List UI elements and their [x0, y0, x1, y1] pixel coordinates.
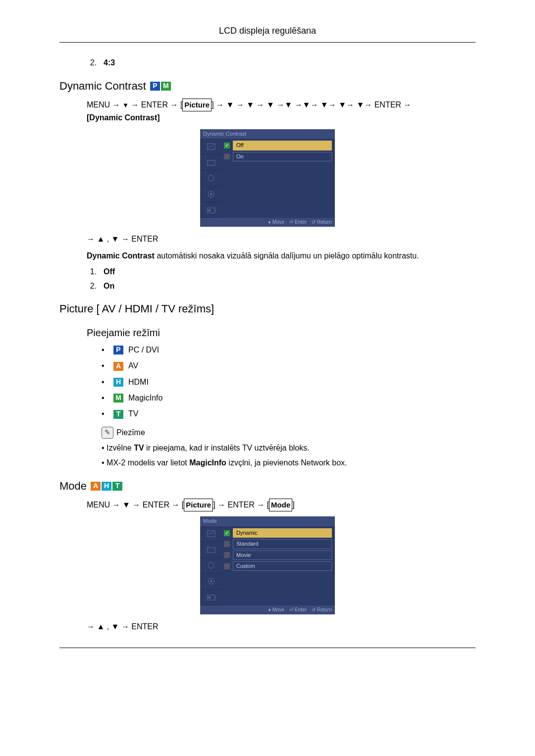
nav-text: → ▼ → ▼ → ▼ →▼ →▼→ ▼→ ▼→ ▼→ ENTER →: [216, 101, 411, 109]
badge-h-icon: H: [113, 378, 123, 387]
osd-side-icon: [200, 154, 222, 170]
badge-t-icon: T: [112, 482, 122, 491]
osd-side-icon: [200, 558, 222, 574]
nav-sequence: → ▲ , ▼ → ENTER: [59, 233, 476, 246]
svg-rect-6: [209, 209, 211, 211]
mode-bullet: A AV: [59, 360, 476, 371]
osd-foot-move: ♦ Move: [268, 219, 285, 226]
nav-sequence: MENU → ▼ → ENTER → [Picture] → ENTER → […: [59, 499, 476, 511]
osd-option-label: On: [233, 152, 332, 161]
bullet-icon: [102, 408, 108, 419]
osd-option-label: Off: [233, 141, 332, 150]
heading-text: Dynamic Contrast: [59, 79, 146, 94]
osd-side-icon: [200, 526, 222, 542]
osd-options: ✓ Dynamic Standard Movie Custom: [222, 526, 335, 605]
badge-p-icon: P: [150, 82, 160, 91]
osd-option-row: Movie: [224, 551, 332, 560]
osd-side-icon: [200, 186, 222, 202]
svg-rect-12: [207, 595, 215, 600]
mode-label: TV: [128, 408, 138, 419]
osd-side-icon: [200, 590, 222, 605]
svg-rect-13: [209, 597, 211, 599]
osd-option-label: Custom: [233, 561, 332, 571]
badge-t-icon: T: [113, 410, 123, 419]
osd-footer: ♦ Move ⏎ Enter ↺ Return: [200, 605, 335, 614]
top-rule: [59, 42, 476, 43]
osd-sidebar: [200, 139, 222, 218]
osd-foot-return: ↺ Return: [312, 219, 332, 226]
osd-options: ✓ Off On: [222, 139, 335, 218]
mode-bullet: P PC / DVI: [59, 345, 476, 355]
bottom-rule: [59, 648, 476, 648]
note-icon: ✎: [102, 427, 113, 439]
check-icon: [224, 563, 230, 569]
down-arrow-icon: ▼: [122, 101, 129, 109]
osd-sidebar: [200, 526, 222, 605]
osd-option-row: ✓ Dynamic: [224, 528, 332, 538]
osd-footer: ♦ Move ⏎ Enter ↺ Return: [200, 218, 335, 227]
mode-bullet: M MagicInfo: [59, 393, 476, 403]
check-icon: ✓: [224, 143, 230, 149]
nav-end: [Dynamic Contrast]: [87, 113, 160, 122]
osd-title: Mode: [200, 516, 335, 526]
svg-rect-8: [207, 548, 215, 553]
badge-m-icon: M: [113, 394, 123, 403]
check-icon: ✓: [224, 530, 230, 536]
picture-label-icon: [Picture]: [182, 501, 215, 509]
badge-a-icon: A: [91, 482, 101, 491]
svg-point-9: [208, 562, 214, 568]
picture-label-icon: [Picture]: [180, 101, 214, 109]
nav-text: → ENTER →: [217, 501, 267, 509]
list-number: 1.: [87, 266, 97, 277]
mode-bullet: T TV: [59, 408, 476, 419]
heading-mode: Mode A H T: [59, 479, 476, 494]
list-number: 2.: [87, 57, 97, 68]
bullet-icon: [102, 360, 108, 371]
check-icon: [224, 153, 230, 159]
badge-m-icon: M: [161, 82, 171, 91]
svg-rect-5: [207, 208, 215, 213]
list-text: 4:3: [104, 57, 115, 68]
osd-screenshot-mode: Mode ✓ Dynamic Standard: [200, 516, 335, 614]
mode-badges: P M: [150, 82, 171, 91]
svg-point-11: [210, 580, 212, 582]
osd-option-row: ✓ Off: [224, 141, 332, 150]
osd-foot-move: ♦ Move: [268, 606, 285, 613]
nav-text: MENU →: [87, 101, 122, 109]
description-text: Dynamic Contrast automātiski nosaka vizu…: [59, 251, 476, 261]
osd-option-row: Standard: [224, 539, 332, 549]
osd-foot-enter: ⏎ Enter: [289, 606, 307, 613]
nav-text: → ENTER →: [131, 101, 180, 109]
mode-label: HDMI: [128, 377, 149, 388]
svg-point-4: [210, 193, 212, 195]
list-item: 2. On: [59, 281, 476, 292]
heading-dynamic-contrast: Dynamic Contrast P M: [59, 79, 476, 94]
list-item: 1. Off: [59, 266, 476, 277]
svg-rect-1: [207, 160, 215, 165]
list-number: 2.: [87, 281, 97, 292]
nav-sequence: → ▲ , ▼ → ENTER: [59, 620, 476, 633]
nav-sequence: MENU → ▼ → ENTER → [Picture] → ▼ → ▼ → ▼…: [59, 99, 476, 124]
bullet-icon: [102, 345, 108, 355]
osd-option-row: On: [224, 152, 332, 161]
check-icon: [224, 552, 230, 558]
osd-side-icon: [200, 574, 222, 590]
osd-foot-enter: ⏎ Enter: [289, 219, 307, 226]
mode-label: PC / DVI: [128, 345, 159, 355]
list-text: On: [104, 281, 114, 292]
bullet-icon: [102, 393, 108, 403]
mode-label-icon: [Mode]: [267, 501, 295, 509]
bullet-icon: [102, 377, 108, 388]
osd-option-label: Dynamic: [233, 528, 332, 538]
osd-option-label: Movie: [233, 551, 332, 560]
badge-a-icon: A: [113, 362, 123, 371]
mode-label: MagicInfo: [128, 393, 162, 403]
osd-title: Dynamic Contrast: [200, 129, 335, 139]
list-item: 2. 4:3: [59, 57, 476, 68]
osd-side-icon: [200, 202, 222, 218]
mode-badges: A H T: [91, 482, 122, 491]
mode-label: AV: [128, 360, 138, 371]
nav-text: MENU → ▼ → ENTER →: [87, 501, 182, 509]
subheading-modes: Pieejamie režīmi: [87, 326, 476, 340]
mode-bullet: H HDMI: [59, 377, 476, 388]
